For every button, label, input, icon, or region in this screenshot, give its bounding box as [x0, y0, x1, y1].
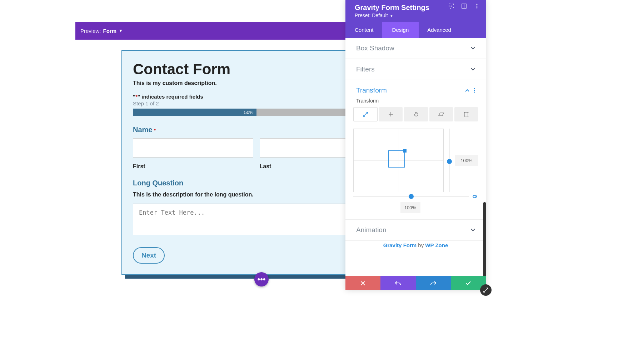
required-star-icon: * [154, 127, 156, 133]
svg-point-5 [477, 6, 478, 7]
chevron-down-icon [471, 47, 475, 50]
chevron-down-icon [471, 68, 475, 71]
vertical-slider-value[interactable]: 100% [455, 155, 478, 166]
tab-content[interactable]: Content [345, 22, 382, 38]
transform-translate-tab[interactable] [379, 107, 403, 121]
expand-icon [483, 288, 488, 293]
long-question-label: Long Question [133, 179, 380, 187]
svg-point-9 [474, 92, 475, 93]
preview-value: Form [103, 28, 117, 34]
transform-skew-tab[interactable] [429, 107, 453, 121]
first-name-input[interactable] [133, 138, 253, 158]
long-question-textarea[interactable] [133, 204, 380, 235]
transform-field-label: Transform [345, 98, 486, 104]
panel-header: Gravity Form Settings Preset: Default ▼ [345, 0, 486, 22]
undo-button[interactable] [380, 276, 415, 290]
resize-handle-icon[interactable] [403, 149, 407, 153]
accordion-filters[interactable]: Filters [345, 59, 486, 80]
transform-tabs [345, 107, 486, 121]
horizontal-slider-row [345, 194, 486, 199]
svg-point-4 [477, 4, 478, 5]
tab-design[interactable]: Design [382, 22, 419, 38]
required-note: "*" indicates required fields [133, 94, 380, 100]
transform-origin-tab[interactable] [454, 107, 478, 121]
redo-icon [430, 281, 436, 286]
transform-canvas-area: 100% [345, 129, 486, 192]
svg-point-14 [467, 116, 468, 117]
name-row: First Last [133, 138, 380, 170]
settings-panel: Gravity Form Settings Preset: Default ▼ … [345, 0, 486, 290]
slider-thumb[interactable] [447, 159, 452, 164]
svg-point-6 [477, 8, 478, 9]
step-indicator: Step 1 of 2 [133, 100, 380, 106]
horizontal-slider-value[interactable]: 100% [400, 202, 420, 213]
svg-point-8 [474, 90, 475, 91]
more-options-fab[interactable]: ••• [254, 272, 269, 286]
next-button[interactable]: Next [133, 247, 165, 264]
horizontal-slider[interactable] [353, 196, 469, 197]
svg-rect-10 [464, 113, 468, 116]
focus-icon[interactable] [449, 4, 454, 9]
kebab-icon[interactable] [474, 88, 475, 93]
panel-credit: Gravity Form by WP Zone [345, 241, 486, 253]
svg-point-1 [451, 6, 452, 7]
chevron-down-icon: ▼ [390, 14, 393, 18]
progress-bar: 50% [133, 109, 380, 116]
svg-point-11 [464, 112, 465, 113]
panel-preset-selector[interactable]: Preset: Default ▼ [355, 13, 477, 18]
chevron-up-icon [465, 89, 469, 92]
chevron-down-icon: ▼ [119, 28, 123, 33]
svg-point-13 [464, 116, 465, 117]
first-name-sublabel: First [133, 163, 253, 170]
form-title: Contact Form [133, 61, 380, 78]
tab-advanced[interactable]: Advanced [419, 22, 460, 38]
undo-icon [395, 281, 401, 286]
accordion-animation[interactable]: Animation [345, 219, 486, 241]
form-description: This is my custom description. [133, 80, 380, 86]
transform-canvas[interactable] [353, 129, 444, 192]
svg-point-12 [467, 112, 468, 113]
credit-link-2[interactable]: WP Zone [425, 242, 448, 248]
redo-button[interactable] [416, 276, 451, 290]
progress-fill: 50% [133, 109, 256, 116]
preview-bar[interactable]: Preview: Form ▼ [75, 22, 345, 40]
panel-footer [345, 276, 486, 290]
cancel-button[interactable] [345, 276, 380, 290]
panel-body: Box Shadow Filters Transform Transform [345, 38, 486, 276]
transform-handle-box[interactable] [388, 150, 405, 168]
credit-link-1[interactable]: Gravity Form [383, 242, 417, 248]
transform-rotate-tab[interactable] [404, 107, 428, 121]
kebab-icon[interactable] [474, 4, 479, 9]
columns-icon[interactable] [462, 4, 467, 9]
check-icon [466, 281, 471, 285]
preview-label: Preview: [80, 28, 101, 34]
transform-scale-tab[interactable] [353, 107, 378, 121]
chevron-down-icon [471, 229, 475, 231]
link-icon[interactable] [472, 194, 478, 199]
scrollbar-thumb[interactable] [483, 202, 486, 276]
panel-tabs: Content Design Advanced [345, 22, 486, 38]
panel-header-icons [449, 4, 479, 9]
expand-fab[interactable] [480, 284, 492, 296]
accordion-box-shadow[interactable]: Box Shadow [345, 38, 486, 59]
slider-thumb[interactable] [409, 194, 414, 199]
long-question-description: This is the description for the long que… [133, 191, 380, 198]
svg-point-7 [474, 88, 475, 89]
close-icon [361, 281, 365, 285]
first-name-column: First [133, 138, 253, 170]
progress-percent: 50% [244, 110, 253, 115]
name-field-label: Name* [133, 126, 380, 134]
vertical-slider[interactable] [447, 129, 452, 192]
dots-icon: ••• [257, 275, 265, 284]
accordion-transform[interactable]: Transform [345, 80, 486, 96]
